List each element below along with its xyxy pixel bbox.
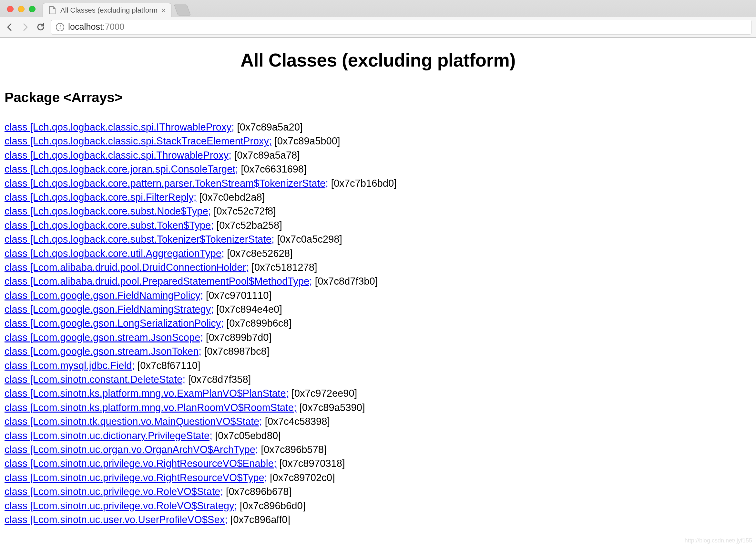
class-entry: class [Lcom.alibaba.druid.pool.PreparedS… — [5, 274, 751, 288]
class-address: [0x7c899b6c8] — [224, 318, 291, 329]
browser-tab[interactable]: All Classes (excluding platform × — [43, 3, 171, 17]
class-link[interactable]: class [Lcom.sinotn.ks.platform.mng.vo.Ex… — [5, 388, 289, 399]
class-link[interactable]: class [Lch.qos.logback.core.subst.Token$… — [5, 220, 214, 231]
class-entry: class [Lch.qos.logback.core.subst.Tokeni… — [5, 232, 751, 246]
class-link[interactable]: class [Lcom.google.gson.stream.JsonToken… — [5, 346, 201, 357]
class-entry: class [Lch.qos.logback.classic.spi.Stack… — [5, 134, 751, 148]
class-link[interactable]: class [Lch.qos.logback.classic.spi.Throw… — [5, 149, 231, 161]
class-address: [0x7c894e4e0] — [214, 304, 282, 315]
class-entry: class [Lch.qos.logback.classic.spi.Throw… — [5, 148, 751, 162]
window-minimize-button[interactable] — [18, 6, 25, 12]
class-address: [0x7c0ebd2a8] — [196, 191, 265, 203]
class-link[interactable]: class [Lch.qos.logback.classic.spi.IThro… — [5, 121, 234, 133]
class-entry: class [Lcom.sinotn.ks.platform.mng.vo.Pl… — [5, 401, 751, 415]
window-controls — [5, 6, 39, 17]
class-address: [0x7c05ebd80] — [212, 430, 281, 441]
class-entry: class [Lcom.alibaba.druid.pool.DruidConn… — [5, 260, 751, 274]
class-entry: class [Lcom.sinotn.uc.privilege.vo.RoleV… — [5, 499, 751, 513]
class-entry: class [Lcom.sinotn.uc.privilege.vo.Right… — [5, 471, 751, 485]
new-tab-button[interactable] — [174, 5, 191, 15]
class-entry: class [Lcom.sinotn.constant.DeleteState;… — [5, 373, 751, 386]
address-bar[interactable]: i localhost:7000 — [51, 20, 751, 35]
class-entry: class [Lcom.google.gson.FieldNamingPolic… — [5, 289, 751, 303]
package-heading: Package <Arrays> — [5, 89, 751, 105]
class-link[interactable]: class [Lcom.sinotn.constant.DeleteState; — [5, 374, 185, 385]
class-address: [0x7c89a5a78] — [231, 149, 300, 161]
class-link[interactable]: class [Lch.qos.logback.core.spi.FilterRe… — [5, 191, 196, 203]
class-address: [0x7c8d7f3b0] — [312, 276, 378, 287]
url-port: :7000 — [103, 22, 125, 32]
class-link[interactable]: class [Lcom.alibaba.druid.pool.PreparedS… — [5, 276, 312, 287]
forward-button[interactable] — [20, 22, 30, 32]
class-link[interactable]: class [Lch.qos.logback.core.util.Aggrega… — [5, 248, 224, 259]
class-address: [0x7c52c72f8] — [211, 205, 276, 217]
class-link[interactable]: class [Lch.qos.logback.classic.spi.Stack… — [5, 135, 272, 147]
class-address: [0x7c89702c0] — [267, 472, 335, 483]
class-address: [0x7c5181278] — [249, 262, 317, 273]
class-address: [0x7c896b578] — [258, 444, 327, 455]
class-entry: class [Lch.qos.logback.core.spi.FilterRe… — [5, 190, 751, 204]
class-link[interactable]: class [Lcom.sinotn.uc.organ.vo.OrganArch… — [5, 444, 258, 455]
class-entry: class [Lcom.google.gson.stream.JsonScope… — [5, 331, 751, 345]
class-entry: class [Lcom.mysql.jdbc.Field; [0x7c8f671… — [5, 359, 751, 373]
class-entry: class [Lcom.sinotn.uc.organ.vo.OrganArch… — [5, 443, 751, 457]
tab-title: All Classes (excluding platform — [60, 6, 158, 15]
page-content: All Classes (excluding platform) Package… — [0, 38, 756, 532]
class-address: [0x7c8970318] — [277, 458, 345, 469]
class-entry: class [Lch.qos.logback.core.subst.Node$T… — [5, 204, 751, 218]
class-link[interactable]: class [Lcom.google.gson.FieldNamingStrat… — [5, 304, 214, 315]
class-link[interactable]: class [Lch.qos.logback.core.pattern.pars… — [5, 178, 328, 189]
class-link[interactable]: class [Lcom.sinotn.uc.user.vo.UserProfil… — [5, 514, 228, 525]
class-link[interactable]: class [Lch.qos.logback.core.joran.spi.Co… — [5, 163, 238, 175]
class-address: [0x7c896b6d0] — [237, 500, 305, 511]
class-link[interactable]: class [Lcom.sinotn.uc.privilege.vo.Right… — [5, 472, 267, 483]
class-entry: class [Lcom.sinotn.tk.question.vo.MainQu… — [5, 415, 751, 428]
class-link[interactable]: class [Lcom.sinotn.uc.dictionary.Privile… — [5, 430, 212, 441]
window-maximize-button[interactable] — [29, 6, 36, 12]
class-link[interactable]: class [Lcom.sinotn.uc.privilege.vo.RoleV… — [5, 486, 223, 497]
class-entry: class [Lcom.sinotn.uc.privilege.vo.RoleV… — [5, 485, 751, 499]
class-address: [0x7c8d7f358] — [185, 374, 251, 385]
class-entry: class [Lch.qos.logback.classic.spi.IThro… — [5, 120, 751, 134]
class-link[interactable]: class [Lcom.sinotn.uc.privilege.vo.Right… — [5, 458, 277, 469]
class-entry: class [Lcom.google.gson.FieldNamingStrat… — [5, 303, 751, 316]
class-entry: class [Lcom.google.gson.LongSerializatio… — [5, 316, 751, 330]
class-link[interactable]: class [Lch.qos.logback.core.subst.Tokeni… — [5, 233, 274, 245]
class-entry: class [Lcom.sinotn.ks.platform.mng.vo.Ex… — [5, 386, 751, 400]
class-link[interactable]: class [Lcom.google.gson.stream.JsonScope… — [5, 332, 203, 343]
url-host: localhost — [68, 22, 103, 32]
class-entry: class [Lch.qos.logback.core.pattern.pars… — [5, 176, 751, 190]
class-address: [0x7c0a5c298] — [274, 233, 342, 245]
browser-toolbar: i localhost:7000 — [0, 17, 756, 37]
class-list: class [Lch.qos.logback.classic.spi.IThro… — [5, 120, 751, 527]
back-button[interactable] — [5, 22, 15, 32]
window-close-button[interactable] — [7, 6, 14, 12]
class-address: [0x7c8987bc8] — [201, 346, 269, 357]
class-address: [0x7c89a5390] — [297, 402, 365, 413]
site-info-icon[interactable]: i — [56, 23, 64, 31]
class-link[interactable]: class [Lcom.mysql.jdbc.Field; — [5, 360, 135, 371]
tab-close-button[interactable]: × — [161, 6, 166, 14]
class-link[interactable]: class [Lcom.sinotn.ks.platform.mng.vo.Pl… — [5, 402, 297, 413]
class-address: [0x7c899b7d0] — [203, 332, 271, 343]
class-address: [0x7c896aff0] — [228, 514, 290, 525]
class-address: [0x7c4c58398] — [262, 416, 330, 427]
class-link[interactable]: class [Lcom.google.gson.LongSerializatio… — [5, 318, 224, 329]
tab-bar: All Classes (excluding platform × — [0, 0, 756, 17]
reload-button[interactable] — [36, 22, 46, 32]
class-link[interactable]: class [Lcom.sinotn.uc.privilege.vo.RoleV… — [5, 500, 237, 511]
class-entry: class [Lcom.sinotn.uc.dictionary.Privile… — [5, 429, 751, 443]
class-address: [0x7c89a5a20] — [234, 121, 303, 133]
class-link[interactable]: class [Lcom.google.gson.FieldNamingPolic… — [5, 290, 203, 301]
class-entry: class [Lch.qos.logback.core.joran.spi.Co… — [5, 162, 751, 176]
class-entry: class [Lcom.sinotn.uc.privilege.vo.Right… — [5, 457, 751, 470]
class-entry: class [Lch.qos.logback.core.subst.Token$… — [5, 218, 751, 232]
class-address: [0x7c7b16bd0] — [328, 178, 397, 189]
class-entry: class [Lch.qos.logback.core.util.Aggrega… — [5, 246, 751, 260]
class-link[interactable]: class [Lcom.sinotn.tk.question.vo.MainQu… — [5, 416, 262, 427]
class-link[interactable]: class [Lch.qos.logback.core.subst.Node$T… — [5, 205, 211, 217]
class-link[interactable]: class [Lcom.alibaba.druid.pool.DruidConn… — [5, 262, 249, 273]
class-address: [0x7c8e52628] — [224, 248, 293, 259]
class-address: [0x7c896b678] — [223, 486, 291, 497]
class-address: [0x7c9701110] — [203, 290, 271, 301]
